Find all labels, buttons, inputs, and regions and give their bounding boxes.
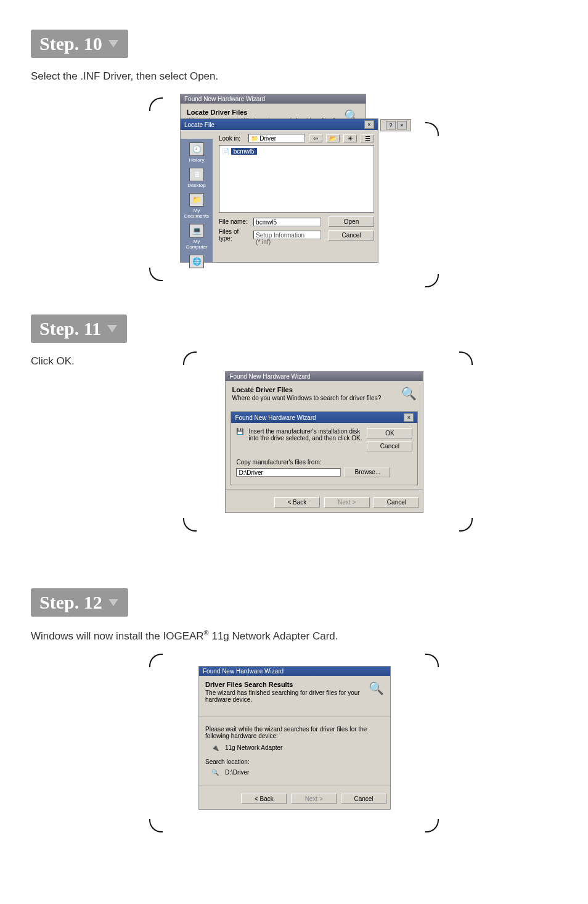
step-10-badge: Step. 10 <box>31 30 128 58</box>
nav-up-icon[interactable]: 📂 <box>326 134 340 142</box>
results-titlebar: Found New Hardware Wizard <box>199 667 390 676</box>
overlay-controls: ? × <box>380 119 411 131</box>
step-12-badge-text: Step. 12 <box>39 592 102 613</box>
sidebar-mynet-label: My Network P... <box>184 269 209 286</box>
svg-marker-1 <box>107 325 117 332</box>
cancel-button[interactable]: Cancel <box>329 230 374 240</box>
copy-from-input[interactable]: D:\Driver <box>236 468 341 477</box>
wizard-search-icon: 🔍 <box>401 386 417 401</box>
network-icon: 🌐 <box>189 255 204 268</box>
lookin-value: Driver <box>259 135 276 142</box>
lookin-dropdown[interactable]: 📁 Driver <box>248 134 305 142</box>
insert-disk-text: Insert the manufacturer's installation d… <box>248 428 362 451</box>
sidebar-mycomp-label: My Computer <box>184 239 209 250</box>
sidebar-desktop-label: Desktop <box>187 183 205 188</box>
locate-sub: Where do you want Windows to search for … <box>232 395 381 401</box>
results-wizard-title: Found New Hardware Wizard <box>203 668 284 675</box>
floppy-icon: 💾 <box>236 428 243 451</box>
device-icon: 🔌 <box>211 744 219 751</box>
sidebar-mycomp[interactable]: 💻 My Computer <box>184 224 209 250</box>
filename-label: File name: <box>219 218 250 225</box>
filetype-label: Files of type: <box>219 228 250 242</box>
lookin-label: Look in: <box>219 135 245 142</box>
locate-heading-bg: Locate Driver Files <box>187 109 336 116</box>
step-11-section: Step. 11 Click OK. Found New Hardware Wi… <box>31 314 557 559</box>
step-11-figure: Found New Hardware Wizard Locate Driver … <box>195 355 460 534</box>
step-11-intro: Click OK. <box>31 355 75 368</box>
insert-disk-titlebar: Found New Hardware Wizard × <box>231 412 417 423</box>
results-dialog: Found New Hardware Wizard Driver Files S… <box>198 666 391 810</box>
step-12-intro: Windows will now install the IOGEAR® 11g… <box>31 629 557 643</box>
next-button: Next > <box>324 497 370 507</box>
step-12-intro-post: 11g Network Adapter Card. <box>209 630 338 642</box>
wizard-title: Found New Hardware Wizard <box>229 373 310 380</box>
please-wait-text: Please wait while the wizard searches fo… <box>205 726 384 739</box>
cancel-button[interactable]: Cancel <box>341 794 386 804</box>
registered-mark: ® <box>204 629 209 636</box>
sidebar-history-label: History <box>189 157 205 163</box>
svg-marker-0 <box>108 40 118 47</box>
step-10-section: Step. 10 Select the .INF Driver, then se… <box>31 30 557 285</box>
step-10-figure: Found New Hardware Wizard Locate Driver … <box>161 94 427 285</box>
sidebar-history[interactable]: 🕘 History <box>184 142 209 163</box>
open-button[interactable]: Open <box>329 216 374 227</box>
back-button[interactable]: < Back <box>241 794 287 804</box>
step-badge-arrow-icon <box>107 592 120 613</box>
results-heading: Driver Files Search Results <box>205 681 369 688</box>
sidebar-mydocs-label: My Documents <box>184 208 209 219</box>
step-11-badge: Step. 11 <box>31 314 127 343</box>
sidebar-desktop[interactable]: 🖥 Desktop <box>184 168 209 188</box>
file-selected[interactable]: bcmwl5 <box>231 148 257 155</box>
nav-view-icon[interactable]: ☰ <box>361 134 374 142</box>
step-badge-arrow-icon <box>106 318 118 339</box>
step-10-intro: Select the .INF Driver, then select Open… <box>31 70 557 83</box>
filetype-dropdown[interactable]: Setup Information (*.inf) <box>253 231 321 239</box>
cancel-button[interactable]: Cancel <box>374 497 419 507</box>
mydocs-icon: 📁 <box>189 193 204 207</box>
locate-file-titlebar: Locate File × <box>181 119 378 130</box>
close-icon[interactable]: × <box>364 120 374 129</box>
results-sub: The wizard has finished searching for dr… <box>205 689 369 703</box>
wizard-titlebar: Found New Hardware Wizard <box>226 372 423 381</box>
step-11-badge-text: Step. 11 <box>39 318 101 339</box>
help-icon[interactable]: ? <box>386 121 396 129</box>
sidebar-mydocs[interactable]: 📁 My Documents <box>184 193 209 219</box>
step-12-figure: Found New Hardware Wizard Driver Files S… <box>161 654 427 832</box>
step-12-section: Step. 12 Windows will now install the IO… <box>31 588 557 832</box>
back-button[interactable]: < Back <box>274 497 320 507</box>
step-10-badge-text: Step. 10 <box>39 33 102 54</box>
folder-search-icon: 🔍 <box>211 769 219 776</box>
wizard-title-bg: Found New Hardware Wizard <box>184 96 265 102</box>
nav-new-icon[interactable]: ✳ <box>343 134 357 142</box>
close-icon[interactable]: × <box>404 413 414 422</box>
svg-marker-2 <box>108 599 118 606</box>
mycomputer-icon: 💻 <box>189 224 204 237</box>
search-location-value: D:\Driver <box>225 769 249 776</box>
desktop-icon: 🖥 <box>189 168 204 181</box>
nav-back-icon[interactable]: ⇦ <box>309 134 322 142</box>
locate-file-dialog: Locate File × ? × 🕘 History 🖥 Desktop <box>180 118 378 263</box>
cancel-button[interactable]: Cancel <box>367 441 412 451</box>
copy-from-label: Copy manufacturer's files from: <box>236 459 412 466</box>
sidebar-mynet[interactable]: 🌐 My Network P... <box>184 255 209 286</box>
inf-file-icon: 📄 <box>222 148 229 155</box>
step-badge-arrow-icon <box>107 33 120 54</box>
locate-heading: Locate Driver Files <box>232 386 381 393</box>
file-list[interactable]: 📄 bcmwl5 <box>219 145 374 213</box>
insert-disk-dialog: Found New Hardware Wizard × 💾 Insert the… <box>231 411 418 485</box>
locate-file-title: Locate File <box>184 121 214 128</box>
wizard-dialog: Found New Hardware Wizard Locate Driver … <box>225 371 423 513</box>
browse-button[interactable]: Browse... <box>345 467 390 477</box>
device-name: 11g Network Adapter <box>225 744 282 751</box>
ok-button[interactable]: OK <box>367 428 412 438</box>
filename-input[interactable]: bcmwl5 <box>253 218 321 226</box>
file-dialog-sidebar: 🕘 History 🖥 Desktop 📁 My Documents 💻 My … <box>181 139 213 262</box>
insert-disk-title: Found New Hardware Wizard <box>235 414 316 421</box>
search-location-label: Search location: <box>205 758 384 765</box>
wizard-titlebar-bg: Found New Hardware Wizard <box>181 94 365 104</box>
step-12-intro-pre: Windows will now install the IOGEAR <box>31 630 204 642</box>
history-icon: 🕘 <box>189 142 204 156</box>
next-button: Next > <box>291 794 337 804</box>
step-12-badge: Step. 12 <box>31 588 128 617</box>
close-icon[interactable]: × <box>397 121 407 129</box>
